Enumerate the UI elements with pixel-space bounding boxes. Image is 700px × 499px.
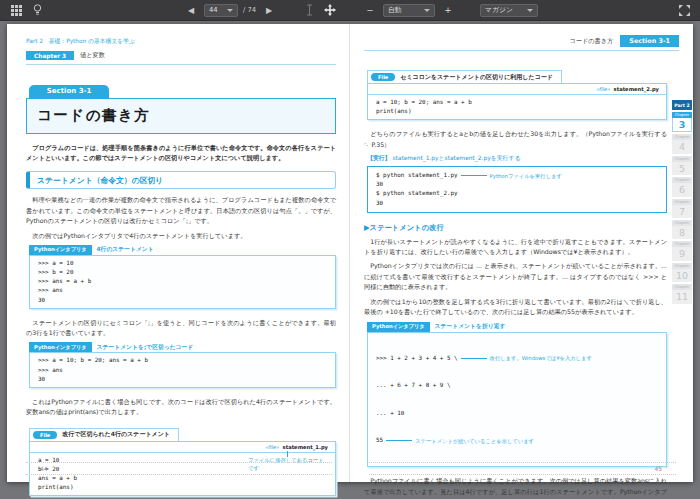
- subsection-heading: ステートメント（命令文）の区切り: [26, 171, 336, 189]
- file-badge: File: [371, 73, 395, 81]
- page-number-value: 44: [209, 6, 218, 14]
- interpreter-tab-label: Pythonインタプリタ: [29, 245, 92, 255]
- rail-chapter-11: Chapter 11: [672, 284, 692, 303]
- view-mode-select[interactable]: マガジン: [480, 4, 538, 17]
- interpreter-code-box: Pythonインタプリタ ステートメントを折り返す >>> 1 + 2 + 3 …: [367, 322, 667, 468]
- interpreter-code-box: Pythonインタプリタ ステートメントを;で区切ったコード >>> a = 1…: [29, 342, 336, 387]
- run-label: 【実行】: [367, 155, 391, 161]
- pdf-page-spread: Part 2 基礎：Python の基本構文を学ぶ Chapter 3 値と変数…: [7, 24, 693, 482]
- chapter-badge: Chapter 3: [26, 51, 74, 60]
- next-page-button[interactable]: ▶: [261, 3, 277, 18]
- page-total-label: / 74: [243, 6, 256, 14]
- section-badge: Section 3-1: [620, 35, 679, 47]
- rail-chapter-3: Chapter 3: [672, 112, 692, 132]
- zoom-level-select[interactable]: 自動: [383, 4, 435, 17]
- note-connector: [461, 358, 487, 359]
- page-number: 45: [655, 466, 662, 472]
- pan-tool-icon[interactable]: [322, 3, 338, 18]
- filename-row: «file» statement_1.py: [30, 442, 335, 453]
- code-caption: 4行のステートメント: [97, 245, 154, 254]
- intro-paragraph: プログラムのコードは、処理手順を箇条書きのように行単位で書いた命令文です。命令文…: [26, 143, 336, 164]
- file-marker: «file»: [265, 444, 279, 450]
- subsection-heading: ▶ステートメントの改行: [364, 223, 667, 233]
- filename-row: «file» statement_2.py: [368, 84, 666, 95]
- file-marker: «file»: [596, 86, 610, 92]
- terminal-output-box: $ python statement_1.py Pythonファイルを実行します…: [367, 166, 667, 213]
- interpreter-code-box: Pythonインタプリタ 4行のステートメント >>> a = 10 >>> b…: [29, 245, 336, 309]
- interpreter-tab-label: Pythonインタプリタ: [29, 342, 92, 352]
- previous-page-button[interactable]: ◀: [183, 3, 199, 18]
- rail-part-label: Part 2: [672, 100, 692, 110]
- code-note: ステートメントが続いていることを示しています: [415, 437, 534, 445]
- terminal-output: 30: [376, 199, 658, 208]
- rail-chapter-8: Chapter 8: [672, 220, 692, 239]
- paragraph: どちらのファイルも実行するとaとbの値を足し合わせた30を出力します。（Pyth…: [364, 129, 667, 150]
- chapter-header-row: Chapter 3 値と変数: [26, 51, 336, 65]
- code-line: ... + 10: [376, 409, 658, 418]
- section-title: コードの書き方: [37, 106, 325, 125]
- text-select-tool-icon[interactable]: [301, 3, 317, 18]
- code-content: >>> a = 10 >>> b = 20 >>> ans = a + b >>…: [29, 255, 336, 309]
- rail-chapter-9: Chapter 9: [672, 241, 692, 260]
- paragraph: 1行が長いステートメントが読みやすくなるように、行を途中で折り返すこともできます…: [364, 237, 667, 258]
- view-mode-value: マガジン: [485, 5, 513, 15]
- section-title-box: コードの書き方: [26, 98, 336, 134]
- fullscreen-icon[interactable]: [676, 3, 692, 18]
- terminal-command: $ python statement_2.py: [376, 189, 658, 198]
- page-footer: 45: [369, 462, 676, 475]
- note-connector: [386, 440, 412, 441]
- chevron-down-icon: [527, 9, 533, 12]
- paragraph: 次の例ではPythonインタプリタで4行のステートメントを実行しています。: [26, 231, 336, 241]
- page-number-input[interactable]: 44: [204, 4, 238, 17]
- filename: statement_1.py: [283, 444, 328, 450]
- viewer-toolbar: ◀ 44 / 74 ▶ − 自動 + マガジン: [0, 0, 700, 21]
- chapter-tab-rail: Part 2 Chapter 3 Chapter 4 Chapter 5 Cha…: [672, 100, 692, 304]
- paragraph: これはPythonファイルに書く場合も同じです。次のコードは改行で区切られた4行…: [26, 397, 336, 418]
- running-header-row: コードの書き方 Section 3-1: [364, 35, 679, 51]
- zoom-in-button[interactable]: +: [440, 3, 456, 18]
- code-line: 55: [376, 436, 383, 445]
- code-note: 改行します。Windowsでは¥を入力します: [490, 354, 592, 362]
- chevron-down-icon: [227, 9, 233, 12]
- code-line: ... + 6 + 7 + 8 + 9 \: [376, 381, 658, 390]
- paragraph: Pythonファイルに書く場合も同じように書くことができます。次の例では足し算の…: [364, 476, 667, 499]
- page-45: コードの書き方 Section 3-1 File セミコロンをステートメントの区…: [350, 24, 693, 482]
- terminal-command: $ python statement_1.py: [376, 171, 458, 180]
- code-caption: ステートメントを;で区切ったコード: [97, 343, 194, 352]
- rail-chapter-10: Chapter 10: [672, 263, 692, 282]
- zoom-level-value: 自動: [388, 5, 402, 15]
- rail-chapter-7: Chapter 7: [672, 199, 692, 218]
- paragraph: 料理や業務などの一連の作業が複数の命令文で指示されるように、プログラムコードもま…: [26, 195, 336, 226]
- rail-chapter-6: Chapter 6: [672, 177, 692, 196]
- part-breadcrumb: Part 2 基礎：Python の基本構文を学ぶ: [26, 37, 336, 46]
- zoom-out-button[interactable]: −: [362, 3, 378, 18]
- page-footer: 44: [26, 462, 332, 475]
- code-content: a = 10; b = 20; ans = a + b print(ans): [368, 95, 666, 119]
- code-caption: ステートメントを折り返す: [435, 322, 506, 331]
- rail-chapter-4: Chapter 4: [672, 134, 692, 153]
- chapter-title: 値と変数: [80, 51, 105, 60]
- page-44: Part 2 基礎：Python の基本構文を学ぶ Chapter 3 値と変数…: [7, 24, 350, 482]
- running-title: コードの書き方: [569, 37, 613, 46]
- run-caption: statement_1.pyとstatement_2.pyを実行する: [392, 155, 520, 161]
- terminal-note: Pythonファイルを実行します: [490, 172, 562, 180]
- filename: statement_2.py: [614, 86, 659, 92]
- terminal-output: 30: [376, 180, 658, 189]
- file-caption: セミコロンをステートメントの区切りに利用したコード: [400, 73, 553, 82]
- code-line: >>> 1 + 2 + 3 + 4 + 5 \: [376, 354, 458, 363]
- note-connector: [461, 175, 487, 176]
- run-caption-row: 【実行】 statement_1.pyとstatement_2.pyを実行する: [367, 154, 667, 163]
- page-number: 44: [40, 466, 47, 472]
- file-caption: 改行で区切られた4行のステートメント: [62, 430, 170, 439]
- interpreter-tab-label: Pythonインタプリタ: [367, 322, 430, 332]
- rail-chapter-5: Chapter 5: [672, 156, 692, 175]
- chevron-down-icon: [424, 9, 430, 12]
- paragraph: Pythonインタプリタでは次の行には ... と表示され、ステートメントが続い…: [364, 261, 667, 292]
- lightbulb-icon[interactable]: [29, 3, 45, 18]
- paragraph: ステートメントの区切りにセミコロン「;」を使うと、同じコードを次のように書くこと…: [26, 318, 336, 339]
- thumbnails-grid-icon[interactable]: [8, 3, 24, 18]
- paragraph: 次の例では1から10の整数を足し算する式を3行に折り返して書いています。最初の2…: [364, 297, 667, 318]
- file-code-box: File 改行で区切られた4行のステートメント «file» statement…: [29, 422, 336, 497]
- section-tab: Section 3-1: [29, 85, 109, 98]
- code-content: >>> a = 10; b = 20; ans = a + b >>> ans …: [29, 352, 336, 387]
